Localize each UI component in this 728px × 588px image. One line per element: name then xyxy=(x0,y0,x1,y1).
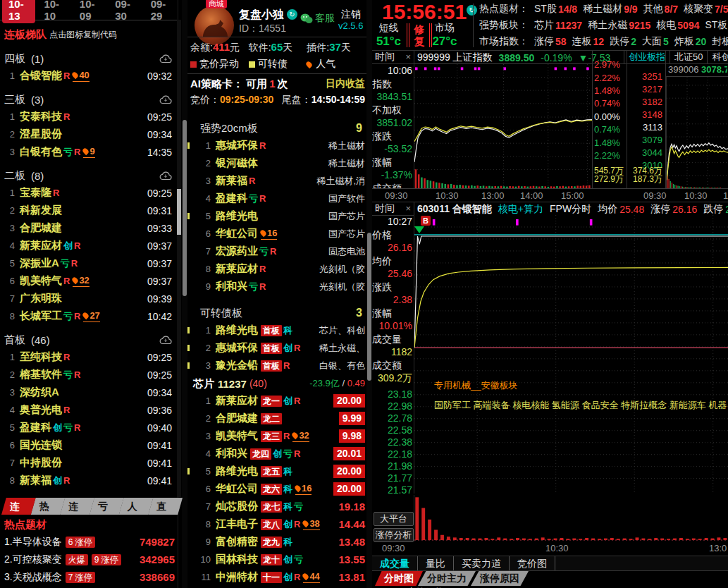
divider-1-thumb[interactable] xyxy=(183,120,187,296)
stock-row[interactable]: 2合肥城建龙二9.99 xyxy=(187,410,366,427)
stock-row[interactable]: 2澄星股份09:34 xyxy=(4,125,172,143)
cloud-download-icon[interactable] xyxy=(159,171,172,180)
index-tab-创业板指[interactable]: 创业板指 xyxy=(624,51,670,63)
clock-refresh-icon[interactable]: ↻ xyxy=(467,5,477,16)
stock-row[interactable]: 1路维光电首板科芯片、科创 xyxy=(187,321,366,339)
stock-row[interactable]: 1惠城环保R稀土磁材 xyxy=(187,137,366,154)
ladder-price: 22.58 xyxy=(372,424,412,436)
stock-row[interactable]: 1至纯科技R09:25 xyxy=(4,348,172,366)
bottom-tab-涨停原因[interactable]: 涨停原因 xyxy=(471,571,529,586)
stock-row[interactable]: 8长城军工亏R2710:42 xyxy=(4,307,172,325)
left-tab-连板[interactable]: 连板 xyxy=(1,498,36,515)
stock-row[interactable]: 2榕基软件亏R09:25 xyxy=(4,366,172,384)
index-tab-北证50[interactable]: 北证50 xyxy=(670,51,707,63)
stock-row[interactable]: 10国林科技龙十创亏13.55 xyxy=(187,551,366,568)
stock-row[interactable]: 3凯美特气龙三R329.98 xyxy=(187,427,366,445)
stock-row[interactable]: 7宏源药业亏R固态电池 xyxy=(187,243,366,260)
stock-row[interactable]: 2科新发展09:31 xyxy=(4,202,172,219)
big-platform-button[interactable]: 大平台 xyxy=(374,512,414,526)
stock-row[interactable]: 9利和兴亏R光刻机（胶 xyxy=(187,278,366,295)
bottom-tab-分时主力[interactable]: 分时主力 xyxy=(418,571,476,586)
stock-row[interactable]: 5路维光电龙五科20.00 xyxy=(187,463,366,480)
left-tab-人气[interactable]: 人气 xyxy=(119,498,154,515)
wechat-icon xyxy=(300,13,313,24)
cloud-download-icon[interactable] xyxy=(159,54,172,63)
stock-row[interactable]: 3白银有色亏R914:35 xyxy=(4,143,172,161)
stock-row[interactable]: 7广东明珠09:39 xyxy=(4,290,172,307)
stock-row[interactable]: 2惠城环保首板创R稀土永磁、 xyxy=(187,339,366,357)
rank-badge: 龙七 xyxy=(261,501,282,513)
stock-row[interactable]: 4新莱应材创R09:37 xyxy=(4,237,172,255)
stock-row[interactable]: 1合锻智能R4009:32 xyxy=(4,67,172,85)
cloud-download-icon[interactable] xyxy=(159,335,172,345)
stock-row[interactable]: 6华虹公司龙六科1620.00 xyxy=(187,480,366,498)
stock-row[interactable]: 5盈建科创亏R09:40 xyxy=(4,419,172,436)
ai-card-row[interactable]: AI策略卡： 可用1次 日内收益 xyxy=(190,78,365,91)
avatar[interactable] xyxy=(195,6,234,45)
bottom-tab-分时图[interactable]: 分时图 xyxy=(375,571,423,586)
stock-row[interactable]: 7灿芯股份龙七科亏19.18 xyxy=(187,498,366,515)
close-icon[interactable]: × xyxy=(405,51,411,62)
stock-row[interactable]: 4盈建科亏R国产软件 xyxy=(187,190,366,207)
stock-volume-chart[interactable] xyxy=(414,495,728,541)
sub-tab-竞价图[interactable]: 竞价图 xyxy=(510,556,555,570)
hot-topic-row[interactable]: 2.可控核聚变火爆9 涨停342965 xyxy=(4,551,175,568)
stock-row[interactable]: 4奥普光电R09:36 xyxy=(4,401,172,419)
shanghai-index-chart[interactable] xyxy=(414,63,593,189)
limit-analysis-button[interactable]: 涨停分析 xyxy=(374,528,414,542)
stock-row[interactable]: 1新莱应材龙一创R20.00 xyxy=(187,392,366,410)
stock-row[interactable]: 3新莱福R稀土磁材,消 xyxy=(187,172,366,190)
left-tab-热点[interactable]: 热点 xyxy=(31,498,66,515)
stock-row[interactable]: 8江丰电子龙八创R3814.44 xyxy=(187,515,366,533)
date-tab-09-30[interactable]: 09-30 xyxy=(109,0,142,23)
left-scrollbar-thumb[interactable] xyxy=(177,189,181,235)
stock-row[interactable]: 4利和兴龙四创亏R20.01 xyxy=(187,445,366,463)
divider-scrollbar-1[interactable] xyxy=(182,0,187,588)
stock-row[interactable]: 1安泰科技R09:25 xyxy=(4,108,172,125)
date-tab-10-09[interactable]: 10-09 xyxy=(73,0,106,23)
stock-row[interactable]: 5路维光电国产芯片 xyxy=(187,207,366,225)
close-icon[interactable]: × xyxy=(405,203,411,214)
divider-2-thumb[interactable] xyxy=(367,233,371,381)
hot-topic-row[interactable]: 3.关税战概念7 涨停338669 xyxy=(4,568,175,586)
cloud-download-icon[interactable] xyxy=(159,94,172,104)
stock-row[interactable]: 8新莱应材R光刻机（胶 xyxy=(187,260,366,278)
stock-row[interactable]: 11中洲特材十一创R4413.81 xyxy=(187,568,366,586)
intraday-profit-link[interactable]: 日内收益 xyxy=(326,78,365,91)
index-tab-科创5[interactable]: 科创5 xyxy=(707,51,728,63)
sub-tab-量比[interactable]: 量比 xyxy=(418,556,454,570)
stock-row[interactable]: 3深纺织A09:34 xyxy=(4,384,172,401)
left-tab-直播[interactable]: 直播 xyxy=(148,498,183,515)
stock-row[interactable]: 5深振业A亏R09:37 xyxy=(4,255,172,272)
date-tab-10-13[interactable]: 10-13 xyxy=(2,0,35,23)
stock-row[interactable]: 3合肥城建09:33 xyxy=(4,219,172,237)
stock-row[interactable]: 1宝泰隆R09:25 xyxy=(4,184,172,202)
chinext-index-chart[interactable] xyxy=(666,76,728,189)
overlay-value: 3851.02 xyxy=(372,117,414,130)
tag-亏: 亏 xyxy=(63,422,73,434)
shop-badge[interactable]: 商城 xyxy=(206,0,227,8)
date-tab-10-10[interactable]: 10-10 xyxy=(37,0,70,23)
stock-row[interactable]: 3豫光金铅首板R白银、有色 xyxy=(187,357,366,374)
customer-service[interactable]: 客服 xyxy=(300,12,335,25)
sub-tab-买卖力道[interactable]: 买卖力道 xyxy=(454,556,510,570)
stock-row[interactable]: 9富创精密龙九科13.48 xyxy=(187,533,366,551)
date-tab-09-29[interactable]: 09-29 xyxy=(144,0,178,23)
stock-row[interactable]: 6凯美特气R3209:37 xyxy=(4,272,172,290)
stock-row[interactable]: 2银河磁体稀土磁材 xyxy=(187,154,366,172)
overlay-label: 成交量 xyxy=(372,333,414,347)
hot-topic-row[interactable]: 1.半导体设备6 涨停749827 xyxy=(4,533,175,551)
left-tab-连龙[interactable]: 连龙 xyxy=(60,498,94,515)
stock-intraday-chart[interactable] xyxy=(414,215,728,494)
cloud-download-icon[interactable] xyxy=(159,30,172,39)
sub-tab-成交量[interactable]: 成交量 xyxy=(372,556,418,570)
left-tab-亏钱[interactable]: 亏钱 xyxy=(90,498,124,515)
stock-row[interactable]: 6华虹公司16国产芯片 xyxy=(187,225,366,243)
stock-row[interactable]: 6国光连锁09:41 xyxy=(4,436,172,454)
refresh-icon[interactable]: ↻ xyxy=(287,9,297,20)
divider-scrollbar-2[interactable] xyxy=(366,0,372,588)
stock-row[interactable]: 7中持股份09:41 xyxy=(4,454,172,472)
logout-button[interactable]: 注销 xyxy=(341,8,361,21)
stock-row[interactable]: 8新莱福创R09:41 xyxy=(4,472,172,489)
left-scrollbar[interactable] xyxy=(177,20,181,497)
